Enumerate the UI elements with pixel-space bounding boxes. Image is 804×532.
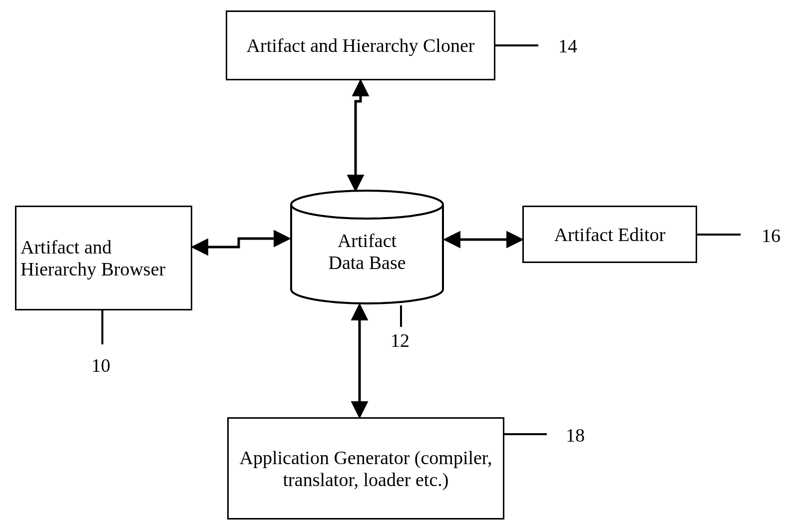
cloner-ref: 14 bbox=[558, 35, 577, 57]
database-ref: 12 bbox=[391, 329, 409, 351]
browser-label: Artifact and Hierarchy Browser bbox=[20, 236, 187, 280]
database-cylinder: Artifact Data Base bbox=[290, 190, 444, 304]
editor-label: Artifact Editor bbox=[554, 224, 666, 246]
cloner-box: Artifact and Hierarchy Cloner bbox=[226, 10, 495, 80]
svg-point-2 bbox=[291, 191, 443, 219]
database-label-1: Artifact bbox=[338, 230, 397, 251]
cloner-label: Artifact and Hierarchy Cloner bbox=[247, 34, 475, 56]
browser-ref: 10 bbox=[91, 354, 110, 376]
generator-ref: 18 bbox=[566, 424, 585, 446]
generator-box: Application Generator (compiler, transla… bbox=[227, 417, 504, 520]
database-label-2: Data Base bbox=[328, 252, 405, 273]
editor-ref: 16 bbox=[762, 225, 781, 247]
browser-box: Artifact and Hierarchy Browser bbox=[15, 206, 192, 310]
editor-box: Artifact Editor bbox=[522, 206, 697, 263]
generator-label: Application Generator (compiler, transla… bbox=[233, 447, 499, 491]
